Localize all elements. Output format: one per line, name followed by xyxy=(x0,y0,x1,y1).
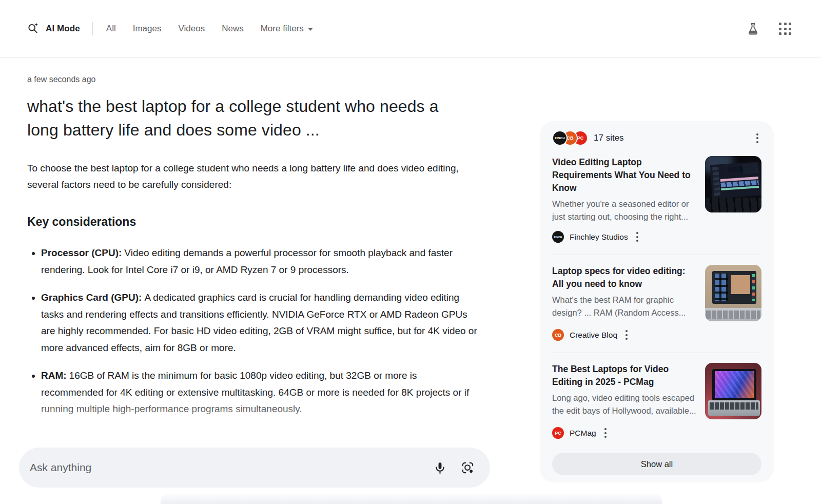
nav-left-group: AI Mode All Images Videos News More filt… xyxy=(27,22,313,36)
search-filter-tabs: All Images Videos News More filters xyxy=(106,24,313,34)
favicon-finchley-small: FINCH xyxy=(552,231,564,243)
google-lens-icon[interactable] xyxy=(460,460,475,475)
source-card-snippet: Whether you're a seasoned editor or just… xyxy=(552,198,697,223)
source-name[interactable]: Creative Bloq xyxy=(570,331,617,340)
favicon-stack: FINCH CB PC xyxy=(552,130,588,146)
source-card[interactable]: Laptop specs for video editing: All you … xyxy=(552,255,761,321)
ask-anything-input[interactable]: Ask anything xyxy=(19,448,490,488)
card-kebab-menu-icon[interactable] xyxy=(633,230,641,244)
tab-all[interactable]: All xyxy=(106,24,116,34)
list-item-ram: RAM:16GB of RAM is the minimum for basic… xyxy=(41,367,482,418)
nav-right-group xyxy=(746,22,791,36)
favicon-finchley: FINCH xyxy=(552,130,568,146)
sources-panel: FINCH CB PC 17 sites Video Editing Lapto… xyxy=(540,121,774,482)
favicon-pcmag-small: PC xyxy=(552,427,564,439)
source-attribution-row: FINCH Finchley Studios xyxy=(552,230,761,244)
ask-bar-icons xyxy=(433,460,475,475)
source-card-snippet: Long ago, video editing tools escaped th… xyxy=(552,392,697,417)
thumbnail-laptop-editing-app[interactable] xyxy=(705,265,761,321)
card-kebab-menu-icon[interactable] xyxy=(622,328,631,342)
tab-news[interactable]: News xyxy=(222,24,244,34)
list-item-gpu: Graphics Card (GPU):A dedicated graphics… xyxy=(41,289,482,356)
section-heading: Key considerations xyxy=(27,215,495,229)
thumbnail-video-editing-timeline[interactable] xyxy=(705,156,761,212)
microphone-icon[interactable] xyxy=(433,460,447,475)
favicon-creativebloq-small: CB xyxy=(552,329,564,341)
flask-icon[interactable] xyxy=(746,22,760,36)
panel-kebab-menu-icon[interactable] xyxy=(753,131,761,145)
source-card-title[interactable]: Laptop specs for video editing: All you … xyxy=(552,265,697,290)
source-card-title[interactable]: The Best Laptops for Video Editing in 20… xyxy=(552,363,697,389)
source-card-text: Video Editing Laptop Requirements What Y… xyxy=(552,156,697,223)
tab-videos[interactable]: Videos xyxy=(178,24,205,34)
answer-intro: To choose the best laptop for a college … xyxy=(27,160,468,193)
more-filters-dropdown[interactable]: More filters xyxy=(261,24,313,34)
list-item-cpu: Processor (CPU):Video editing demands a … xyxy=(41,245,482,278)
list-item-lead: RAM: xyxy=(41,370,67,381)
tab-images[interactable]: Images xyxy=(133,24,162,34)
response-timestamp: a few seconds ago xyxy=(27,75,495,84)
top-navigation: AI Mode All Images Videos News More filt… xyxy=(0,0,821,58)
query-title: what's the best laptop for a college stu… xyxy=(27,94,453,142)
chevron-down-icon xyxy=(308,28,313,31)
source-card[interactable]: Video Editing Laptop Requirements What Y… xyxy=(552,146,761,223)
source-card-title[interactable]: Video Editing Laptop Requirements What Y… xyxy=(552,156,697,195)
list-item-lead: Graphics Card (GPU): xyxy=(41,292,142,303)
source-card[interactable]: The Best Laptops for Video Editing in 20… xyxy=(552,353,761,419)
ask-input-placeholder: Ask anything xyxy=(30,461,91,474)
considerations-list: Processor (CPU):Video editing demands a … xyxy=(27,245,482,418)
tab-ai-mode[interactable]: AI Mode xyxy=(27,22,80,36)
next-content-peek xyxy=(161,494,662,504)
nav-divider xyxy=(92,22,93,35)
google-ai-mode-page: AI Mode All Images Videos News More filt… xyxy=(0,0,821,504)
more-filters-label: More filters xyxy=(261,24,304,34)
ai-mode-label: AI Mode xyxy=(46,24,80,34)
sites-count-label: 17 sites xyxy=(594,133,624,143)
thumbnail-laptop-abstract-wallpaper[interactable] xyxy=(705,363,761,419)
source-card-text: Laptop specs for video editing: All you … xyxy=(552,265,697,321)
source-card-text: The Best Laptops for Video Editing in 20… xyxy=(552,363,697,419)
search-sparkle-icon xyxy=(27,22,39,36)
source-attribution-row: PC PCMag xyxy=(552,426,761,440)
card-kebab-menu-icon[interactable] xyxy=(601,426,610,440)
show-all-button[interactable]: Show all xyxy=(552,453,761,475)
source-name[interactable]: Finchley Studios xyxy=(570,232,628,242)
google-apps-grid-icon[interactable] xyxy=(779,23,791,35)
source-attribution-row: CB Creative Bloq xyxy=(552,328,761,342)
sources-panel-header: FINCH CB PC 17 sites xyxy=(552,130,761,146)
source-card-snippet: What's the best RAM for graphic design? … xyxy=(552,294,697,319)
answer-column: a few seconds ago what's the best laptop… xyxy=(27,58,495,429)
source-name[interactable]: PCMag xyxy=(570,429,596,438)
list-item-lead: Processor (CPU): xyxy=(41,247,122,258)
list-item-text: 16GB of RAM is the minimum for basic 108… xyxy=(41,370,469,414)
